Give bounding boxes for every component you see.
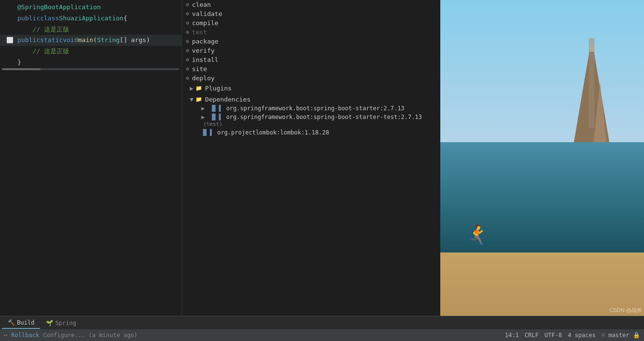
gear-icon: ⚙ [186,75,189,81]
dep-icon: ▐▌▐ [210,105,221,112]
dep-icon: ▐▌▐ [210,114,221,120]
line-ending[interactable]: CRLF [524,332,539,339]
build-icon: 🔨 [8,319,15,326]
git-branch-status[interactable]: ⑂ master 🔒 [601,332,640,339]
encoding[interactable]: UTF-8 [544,332,562,339]
status-bar: ↩ Rollback Configure... (a minute ago) 1… [0,329,644,341]
dep-item-3[interactable]: ▐▌▐ org.projectlombok:lombok:1.18.28 [186,128,436,137]
code-line-comment1: // 这是正版 [0,24,181,35]
maven-dependencies-section: ▼ 📁 Dependencies ▶ ▐▌▐ org.springframewo… [182,94,440,138]
watermark: CSDN @战斧 [610,307,642,314]
dep-icon: ▐▌▐ [201,129,212,136]
runner-figure: 🏃 [465,223,489,246]
svg-rect-3 [589,38,595,128]
background-image: 🏃 CSDN @战斧 [440,0,644,316]
code-line-annotation: @SpringBootApplication [0,2,181,13]
maven-compile[interactable]: ⚙ compile [182,18,440,28]
maven-install[interactable]: ⚙ install [182,55,440,64]
chevron-right-icon: ▶ [201,114,205,120]
maven-plugins-toggle[interactable]: ▶ 📁 Plugins [186,84,436,93]
maven-verify[interactable]: ⚙ verify [182,46,440,55]
gear-icon: ⚙ [186,11,189,17]
gear-icon: ⚙ [186,66,189,72]
right-area: 🏃 CSDN @战斧 Git Branches in shuazi ✏ ✕ + [440,0,644,316]
gear-icon: ⚙ [186,29,189,35]
chevron-right-icon: ▶ [201,105,205,112]
folder-icon: 📁 [195,85,202,91]
gear-icon: ⚙ [186,20,189,26]
tab-spring[interactable]: 🌱 Spring [40,318,82,328]
code-line-class: public class ShuaziApplication { [0,13,181,24]
spring-icon: 🌱 [46,320,53,326]
gear-icon: ⚙ [186,47,189,54]
configure-text[interactable]: Configure... (a minute ago) [43,332,137,339]
lock-icon: 🔒 [633,332,640,339]
chevron-down-icon: ▼ [190,96,194,103]
bottom-tabs: 🔨 Build 🌱 Spring [0,316,644,329]
undo-icon: ↩ [4,332,7,339]
maven-test[interactable]: ⚙ test [182,28,440,37]
maven-validate[interactable]: ⚙ validate [182,9,440,18]
gear-icon: ⚙ [186,38,189,44]
branch-icon: ⑂ [601,332,605,339]
code-line-main: ⬜ public static void main ( String [] ar… [0,35,181,46]
maven-clean[interactable]: ⚙ clean [182,0,440,9]
code-line-comment2: // 这是正版 [0,46,181,57]
maven-plugins-section: ▶ 📁 Plugins [182,83,440,94]
maven-package[interactable]: ⚙ package [182,37,440,46]
code-line-close: } [0,57,181,68]
cursor-position: 14:1 [505,332,519,339]
maven-panel: ⚙ clean ⚙ validate ⚙ compile ⚙ test ⚙ pa… [181,0,440,316]
indent[interactable]: 4 spaces [568,332,596,339]
folder-icon: 📁 [195,96,202,103]
chevron-right-icon: ▶ [190,85,194,92]
dep-item-1[interactable]: ▶ ▐▌▐ org.springframework.boot:spring-bo… [186,104,436,113]
content-area: @SpringBootApplication public class Shua… [0,0,644,316]
tab-build[interactable]: 🔨 Build [2,317,40,329]
main-container: @SpringBootApplication public class Shua… [0,0,644,341]
code-panel: @SpringBootApplication public class Shua… [0,0,181,316]
maven-deploy[interactable]: ⚙ deploy [182,74,440,83]
rollback-link[interactable]: Rollback [11,332,39,339]
maven-deps-toggle[interactable]: ▼ 📁 Dependencies [186,95,436,104]
dep-item-2[interactable]: ▶ ▐▌▐ org.springframework.boot:spring-bo… [186,113,436,128]
horizontal-scrollbar[interactable] [2,68,180,70]
gear-icon: ⚙ [186,57,189,63]
gear-icon: ⚙ [186,1,189,8]
maven-site[interactable]: ⚙ site [182,64,440,74]
status-bar-left: ↩ Rollback Configure... (a minute ago) [4,332,503,339]
status-bar-right: 14:1 CRLF UTF-8 4 spaces ⑂ master 🔒 [505,332,640,339]
